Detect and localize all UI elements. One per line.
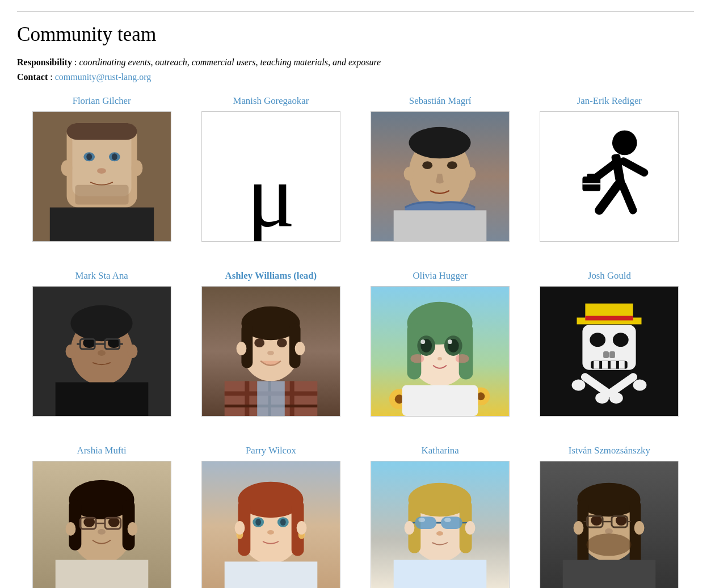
svg-point-125 — [280, 519, 286, 526]
team-row-1: Florian Gilcher — [17, 95, 694, 253]
svg-rect-129 — [225, 562, 318, 588]
svg-rect-44 — [55, 383, 148, 416]
svg-point-11 — [61, 160, 72, 176]
svg-point-153 — [591, 515, 603, 526]
member-avatar-sebastian — [371, 111, 510, 242]
svg-point-21 — [404, 167, 414, 180]
svg-rect-31 — [587, 174, 596, 178]
member-avatar-janerik — [540, 111, 679, 242]
svg-point-102 — [596, 393, 609, 404]
contact-link[interactable]: community@rust-lang.org — [55, 72, 152, 82]
svg-rect-162 — [563, 560, 656, 588]
svg-point-52 — [254, 338, 264, 347]
svg-rect-72 — [459, 324, 473, 380]
svg-point-131 — [296, 521, 306, 535]
svg-rect-86 — [586, 316, 633, 321]
svg-point-20 — [409, 127, 471, 159]
member-sebastian: Sebastián Magrí — [356, 95, 525, 242]
svg-rect-89 — [613, 333, 629, 347]
svg-point-80 — [456, 354, 469, 363]
svg-point-6 — [111, 154, 117, 161]
member-name-manish: Manish Goregaokar — [233, 95, 309, 107]
svg-rect-138 — [441, 516, 462, 529]
svg-point-22 — [466, 167, 476, 180]
svg-point-7 — [97, 168, 106, 174]
svg-rect-19 — [394, 211, 487, 242]
member-janerik: Jan-Erik Rediger — [525, 95, 694, 242]
member-name-sebastian: Sebastián Magrí — [409, 95, 472, 107]
member-olivia: Olivia Hugger — [356, 270, 525, 417]
svg-rect-91 — [609, 351, 615, 358]
svg-point-124 — [255, 519, 261, 526]
svg-text:μ: μ — [247, 146, 295, 241]
svg-point-108 — [83, 517, 95, 527]
member-manish: Manish Goregaokar μ — [186, 95, 355, 242]
member-mark: Mark Sta Ana — [17, 270, 186, 417]
member-katharina: Katharina — [356, 445, 525, 588]
svg-rect-82 — [402, 385, 478, 417]
svg-point-130 — [234, 521, 245, 535]
svg-rect-137 — [415, 516, 437, 529]
svg-point-161 — [587, 534, 632, 556]
svg-point-126 — [267, 530, 274, 535]
svg-point-77 — [420, 339, 425, 344]
svg-point-24 — [612, 131, 637, 156]
member-name-arshia: Arshia Mufti — [77, 445, 127, 456]
svg-point-146 — [405, 521, 415, 535]
svg-point-18 — [447, 161, 457, 169]
svg-rect-114 — [55, 560, 148, 588]
svg-point-79 — [411, 354, 424, 363]
svg-point-163 — [574, 521, 584, 535]
member-avatar-istvan — [540, 461, 679, 588]
svg-point-164 — [634, 521, 645, 535]
member-josh: Josh Gould — [525, 270, 694, 417]
member-avatar-mark — [32, 286, 171, 417]
svg-rect-61 — [257, 381, 285, 416]
svg-point-46 — [127, 345, 137, 358]
svg-point-81 — [437, 357, 442, 360]
svg-point-109 — [108, 517, 120, 527]
svg-point-113 — [98, 529, 106, 535]
svg-point-53 — [277, 338, 287, 347]
svg-point-154 — [616, 515, 627, 526]
meta-section: Responsibility : coordinating events, ou… — [17, 55, 694, 84]
member-name-florian: Florian Gilcher — [73, 95, 131, 107]
svg-point-45 — [65, 345, 75, 358]
svg-rect-96 — [619, 361, 625, 369]
member-avatar-manish: μ — [201, 111, 340, 242]
member-name-parry: Parry Wilcox — [246, 445, 296, 456]
member-name-olivia: Olivia Hugger — [413, 270, 467, 282]
responsibility-label: Responsibility — [17, 57, 72, 67]
team-row-2: Mark Sta Ana — [17, 270, 694, 428]
svg-point-142 — [418, 518, 425, 522]
page-title: Community team — [17, 23, 694, 46]
svg-rect-145 — [394, 560, 487, 588]
svg-rect-9 — [66, 123, 137, 140]
svg-point-63 — [295, 342, 305, 355]
svg-rect-90 — [603, 351, 609, 358]
svg-point-116 — [127, 522, 137, 536]
svg-rect-10 — [49, 208, 153, 241]
svg-point-62 — [236, 342, 246, 355]
member-avatar-florian — [32, 111, 171, 242]
svg-point-35 — [70, 305, 132, 341]
member-parry: Parry Wilcox — [186, 445, 355, 588]
member-name-mark: Mark Sta Ana — [75, 270, 128, 282]
top-divider — [17, 11, 694, 12]
svg-point-43 — [98, 350, 106, 356]
member-avatar-olivia — [371, 286, 510, 417]
svg-point-147 — [465, 521, 476, 535]
team-row-3: Arshia Mufti — [17, 445, 694, 588]
svg-point-97 — [572, 380, 586, 391]
member-name-katharina: Katharina — [422, 445, 459, 456]
svg-point-115 — [65, 522, 75, 536]
contact-label: Contact — [17, 72, 48, 82]
svg-rect-8 — [75, 185, 128, 205]
member-ashley: Ashley Williams (lead) — [186, 270, 355, 417]
svg-rect-95 — [611, 361, 616, 369]
svg-point-160 — [605, 528, 613, 534]
responsibility-text: coordinating events, outreach, commercia… — [79, 57, 381, 67]
svg-rect-23 — [540, 112, 678, 241]
member-istvan: István Szmozsánszky — [525, 445, 694, 588]
svg-rect-94 — [602, 361, 608, 369]
